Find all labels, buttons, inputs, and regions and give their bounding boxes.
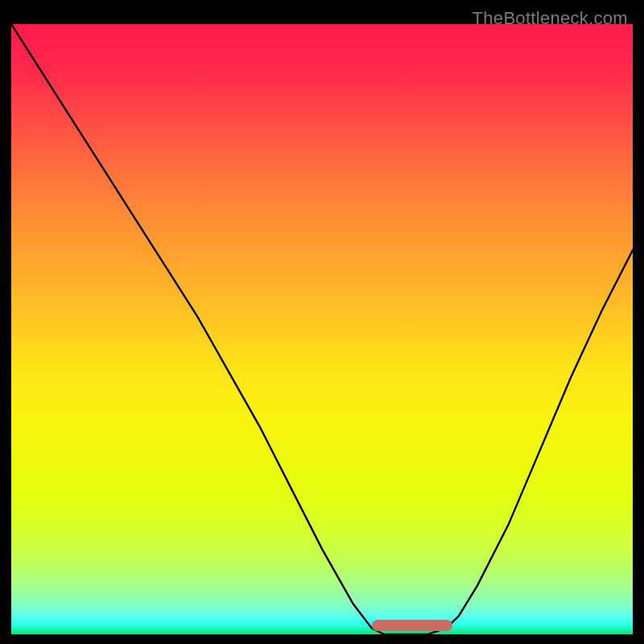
optimal-range-marker [372, 620, 452, 631]
bottleneck-curve [11, 24, 633, 634]
gradient-plot-area [11, 24, 633, 634]
chart-frame: TheBottleneck.com [11, 10, 633, 634]
curve-path [11, 24, 633, 634]
